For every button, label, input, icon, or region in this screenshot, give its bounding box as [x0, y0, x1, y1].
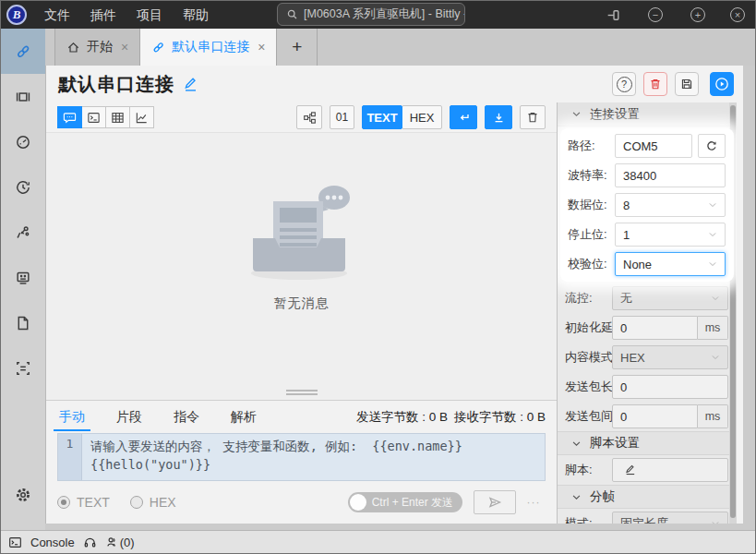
view-table-button[interactable] — [105, 106, 130, 128]
tab-serial-session[interactable]: 默认串口连接 × — [140, 29, 277, 66]
refresh-ports-button[interactable] — [698, 134, 726, 158]
setting-row-path: 路径: COM5 — [560, 131, 734, 161]
feedback-counter[interactable]: (0) — [105, 536, 135, 549]
header-actions: ? — [612, 72, 734, 96]
run-button[interactable] — [710, 72, 734, 96]
path-input[interactable]: COM5 — [615, 134, 692, 158]
refresh-icon — [705, 139, 718, 152]
headset-icon[interactable] — [83, 536, 97, 549]
view-bubble-button[interactable] — [57, 106, 82, 128]
sidebar-item-settings[interactable] — [1, 472, 45, 517]
export-download-button[interactable] — [485, 105, 512, 129]
clear-messages-button[interactable] — [520, 105, 546, 129]
message-column: 01 TEXT HEX — [46, 102, 557, 524]
close-window-button[interactable]: × — [724, 1, 751, 29]
tab-manual[interactable]: 手动 — [57, 401, 87, 433]
parity-select[interactable]: None — [615, 252, 726, 276]
ctrl-enter-toggle[interactable]: Ctrl + Enter 发送 — [348, 492, 462, 512]
maximize-button[interactable]: + — [684, 1, 712, 29]
floppy-icon — [680, 78, 693, 90]
setting-row-packet-length: 发送包长度 0 — [558, 372, 737, 402]
menu-help[interactable]: 帮助 — [173, 1, 219, 29]
send-icon — [487, 495, 502, 510]
app-logo: B — [6, 5, 27, 25]
frame-mode-select[interactable]: 固定长度 — [612, 512, 728, 524]
packet-length-input[interactable]: 0 — [612, 375, 728, 399]
tab-start[interactable]: 开始 × — [54, 29, 140, 66]
help-button[interactable]: ? — [612, 72, 636, 96]
radio-hex-label: HEX — [150, 495, 176, 510]
add-tab-button[interactable]: + — [277, 29, 318, 66]
section-connection[interactable]: 连接设置 — [558, 102, 737, 126]
chevron-down-icon — [711, 519, 720, 524]
byte-group-button[interactable]: 01 — [330, 105, 354, 129]
edit-pencil-icon — [624, 464, 637, 476]
chevron-down-icon — [711, 353, 720, 362]
ms-unit: ms — [698, 316, 728, 340]
sidebar-item-dashboard[interactable] — [1, 119, 45, 164]
viewer-toolbar: 01 TEXT HEX — [46, 102, 557, 132]
toggle-knob — [350, 494, 366, 511]
chat-bubble-icon — [63, 111, 77, 125]
section-script[interactable]: 脚本设置 — [558, 431, 737, 455]
pin-window-button[interactable] — [599, 1, 627, 29]
close-tab-icon[interactable]: × — [258, 40, 265, 54]
content-mode-select[interactable]: HEX — [612, 345, 728, 369]
edit-script-button[interactable] — [612, 458, 728, 482]
sidebar-item-terminal-device[interactable] — [1, 255, 45, 300]
sidebar-item-communicate[interactable] — [1, 29, 45, 74]
view-plot-button[interactable] — [129, 106, 154, 128]
newline-button[interactable] — [450, 105, 477, 129]
editor-placeholder: 请输入要发送的内容， 支持变量和函数, 例如: {{env.name}} {{h… — [82, 434, 545, 480]
tab-snippet[interactable]: 片段 — [114, 401, 144, 433]
setting-row-flowcontrol: 流控: 无 — [558, 283, 737, 313]
console-label[interactable]: Console — [30, 536, 75, 549]
radio-text[interactable] — [57, 496, 70, 509]
flowcontrol-select[interactable]: 无 — [612, 286, 728, 310]
radio-hex[interactable] — [130, 496, 143, 509]
console-icon[interactable] — [8, 536, 22, 549]
minimize-button[interactable]: − — [642, 1, 669, 29]
text-mode-button[interactable]: TEXT — [362, 105, 402, 129]
sidebar-item-history[interactable] — [1, 164, 45, 210]
send-button[interactable] — [474, 490, 516, 514]
sidebar-item-documents[interactable] — [1, 300, 45, 345]
panel-resize-handle[interactable] — [286, 388, 318, 397]
composer-tabs: 手动 片段 指令 解析 发送字节数 : 0 B 接收字节数 : 0 B — [57, 401, 546, 433]
view-terminal-button[interactable] — [81, 106, 106, 128]
composer-controls: TEXT HEX Ctrl + Enter 发送 ··· — [57, 481, 546, 524]
more-options-button[interactable]: ··· — [522, 490, 546, 514]
tab-directive[interactable]: 指令 — [172, 401, 201, 433]
trash-icon — [649, 78, 662, 90]
line-number: 1 — [58, 434, 82, 480]
window-title-search[interactable]: [M0603A 系列直驱电机] - Bittly - — [277, 3, 465, 26]
flow-mode-button[interactable] — [296, 105, 322, 129]
hex-mode-button[interactable]: HEX — [402, 105, 442, 129]
menu-file[interactable]: 文件 — [34, 1, 80, 29]
edit-title-icon[interactable] — [183, 77, 198, 92]
packet-interval-input[interactable]: 0 — [612, 404, 698, 428]
baudrate-input[interactable]: 38400 — [615, 163, 726, 187]
page-header: 默认串口连接 ? — [46, 66, 743, 102]
toggle-label: Ctrl + Enter 发送 — [372, 495, 453, 511]
link-icon — [151, 41, 165, 54]
close-tab-icon[interactable]: × — [121, 40, 128, 54]
sidebar-item-connections[interactable] — [1, 210, 45, 255]
send-editor[interactable]: 1 请输入要发送的内容， 支持变量和函数, 例如: {{env.name}} {… — [57, 433, 546, 481]
save-button[interactable] — [675, 72, 699, 96]
tab-label: 开始 — [87, 39, 113, 55]
tab-parser[interactable]: 解析 — [229, 401, 258, 433]
menu-plugins[interactable]: 插件 — [80, 1, 126, 29]
empty-state-text: 暂无消息 — [233, 295, 371, 312]
section-framing[interactable]: 分帧 — [558, 485, 737, 509]
databits-select[interactable]: 8 — [615, 193, 726, 217]
sidebar-item-panel[interactable] — [1, 74, 45, 119]
user-icon — [105, 536, 118, 548]
sidebar-item-batch[interactable] — [1, 345, 45, 391]
stopbits-select[interactable]: 1 — [615, 223, 726, 247]
delete-button[interactable] — [643, 72, 667, 96]
init-delay-input[interactable]: 0 — [612, 316, 698, 340]
ms-unit: ms — [698, 404, 728, 428]
menu-project[interactable]: 项目 — [126, 1, 173, 29]
trash-icon — [526, 111, 539, 124]
